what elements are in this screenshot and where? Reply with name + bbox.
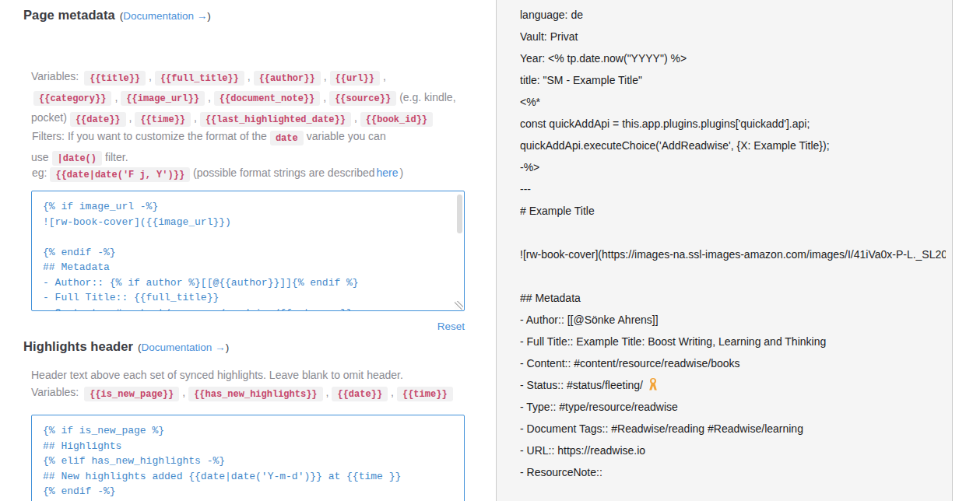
settings-left-column: Page metadata (Documentation →) Variable… (23, 0, 475, 501)
filters-row: Filters: If you want to customize the fo… (31, 127, 467, 168)
preview-line: - Author:: [[@Sönke Ahrens]] (520, 309, 946, 331)
inline-text: Filters: If you want to customize the fo… (32, 130, 267, 142)
inline-text: , (248, 70, 251, 82)
inline-text: , (182, 386, 185, 398)
documentation-link[interactable]: Documentation → (123, 10, 207, 22)
inline-text: (possible format strings are described (193, 166, 374, 179)
page-metadata-editor[interactable]: {% if image_url -%} ![rw-book-cover]({{i… (31, 191, 465, 311)
preview-line: - Status:: #status/fleeting/ (520, 374, 946, 396)
variable-chip: {{has_new_highlights}} (188, 387, 322, 401)
example-row: eg:{{date|date('F j, Y')}}(possible form… (31, 163, 467, 184)
variable-chip: {{last_highlighted_date}} (200, 112, 351, 127)
variable-chip: {{image_url}} (121, 91, 205, 106)
variable-token-list: {{is_new_page}},{{has_new_highlights}},{… (82, 386, 455, 398)
page-metadata-header: Page metadata (Documentation →) (23, 8, 211, 23)
preview-line: ## Metadata (520, 287, 946, 309)
variable-chip: {{date}} (332, 387, 388, 401)
preview-line: - ResourceNote:: (520, 461, 946, 483)
example-token-list: eg:{{date|date('F j, Y')}}(possible form… (31, 166, 404, 179)
preview-line: - URL:: https://readwise.io (520, 440, 946, 461)
variables-label: Variables: (31, 70, 79, 82)
preview-line: -%> (520, 156, 946, 178)
inline-text: , (208, 91, 211, 103)
variable-chip: {{author}} (254, 71, 321, 86)
documentation-link-wrap: (Documentation →) (120, 10, 211, 22)
inline-text: , (149, 70, 152, 82)
preview-line: Vault: Privat (520, 26, 946, 47)
variable-chip: {{book_id}} (360, 112, 433, 127)
variable-chip: {{url}} (330, 71, 380, 86)
inline-text: ) (400, 166, 404, 179)
highlights-header-editor[interactable]: {% if is_new_page %} ## Highlights {% el… (31, 415, 465, 501)
inline-text: , (324, 70, 327, 82)
preview-line: - Full Title:: Example Title: Boost Writ… (520, 331, 946, 352)
reset-button[interactable]: Reset (437, 321, 465, 332)
inline-link[interactable]: here (377, 166, 399, 179)
preview-line (520, 265, 946, 287)
variable-chip: {{title}} (84, 71, 146, 86)
preview-line: --- (520, 178, 946, 200)
export-settings-page: Page metadata (Documentation →) Variable… (0, 0, 980, 501)
variable-chip: {{source}} (329, 91, 396, 106)
preview-line: <%* (520, 91, 946, 113)
page-metadata-heading: Page metadata (23, 8, 115, 23)
variable-chip: {{full_title}} (155, 71, 244, 86)
inline-text: , (326, 386, 329, 398)
variable-token-list: {{title}},{{full_title}},{{author}},{{ur… (31, 70, 456, 124)
ribbon-icon (648, 377, 659, 391)
preview-line: const quickAddApi = this.app.plugins.plu… (520, 113, 946, 135)
preview-line: - Type:: #type/resource/readwise (520, 396, 946, 418)
highlights-header-editor-text: {% if is_new_page %} ## Highlights {% el… (32, 415, 464, 501)
editor-resize-grip[interactable] (455, 301, 463, 310)
inline-text: , (391, 386, 394, 398)
highlights-header-heading: Highlights header (23, 339, 133, 354)
preview-line: title: "SM - Example Title" (520, 69, 946, 91)
preview-content: language: deVault: PrivatYear: <% tp.dat… (497, 0, 952, 483)
preview-line: # Example Title (520, 200, 946, 222)
preview-line: language: de (520, 4, 946, 26)
page-metadata-editor-text: {% if image_url -%} ![rw-book-cover]({{i… (32, 191, 464, 311)
variable-chip: {{time}} (397, 387, 453, 401)
documentation-link-wrap: (Documentation →) (138, 342, 229, 353)
paren-close: ) (207, 10, 211, 22)
inline-text: , (354, 111, 357, 124)
filters-token-list: Filters: If you want to customize the fo… (31, 130, 386, 163)
variable-chip: {{date|date('F j, Y')}} (50, 167, 190, 182)
variables-label: Variables: (31, 386, 79, 398)
reset-row: Reset (31, 319, 465, 333)
inline-text: , (383, 70, 386, 82)
variable-chip: {{category}} (33, 91, 111, 106)
preview-panel: language: deVault: PrivatYear: <% tp.dat… (496, 0, 953, 501)
preview-line (520, 222, 946, 243)
editor-scrollbar-thumb[interactable] (457, 194, 462, 233)
preview-line: ![rw-book-cover](https://images-na.ssl-i… (520, 243, 946, 265)
variable-chip: date (270, 131, 304, 145)
highlights-variables-row: Variables:{{is_new_page}},{{has_new_high… (31, 383, 467, 404)
highlights-header-header: Highlights header (Documentation →) (23, 339, 229, 354)
documentation-link[interactable]: Documentation → (142, 342, 226, 353)
paren-close: ) (226, 342, 230, 353)
preview-line: - Document Tags:: #Readwise/reading #Rea… (520, 418, 946, 440)
inline-text: eg: (32, 166, 47, 179)
variable-chip: {{date}} (70, 112, 126, 127)
variable-chip: {{document_note}} (214, 91, 320, 106)
preview-line: - Content:: #content/resource/readwise/b… (520, 352, 946, 374)
page-metadata-variables-row: Variables:{{title}},{{full_title}},{{aut… (31, 67, 467, 129)
highlights-header-description: Header text above each set of synced hig… (31, 366, 467, 385)
inline-text: filter. (105, 151, 128, 163)
variable-chip: {{is_new_page}} (84, 387, 179, 401)
inline-text: , (323, 91, 326, 103)
inline-text: , (114, 91, 118, 103)
preview-line: Year: <% tp.date.now("YYYY") %> (520, 47, 946, 69)
variable-chip: {{time}} (135, 112, 191, 127)
inline-text: , (129, 111, 132, 124)
preview-line: quickAddApi.executeChoice('AddReadwise',… (520, 135, 946, 156)
inline-text: , (194, 111, 197, 124)
